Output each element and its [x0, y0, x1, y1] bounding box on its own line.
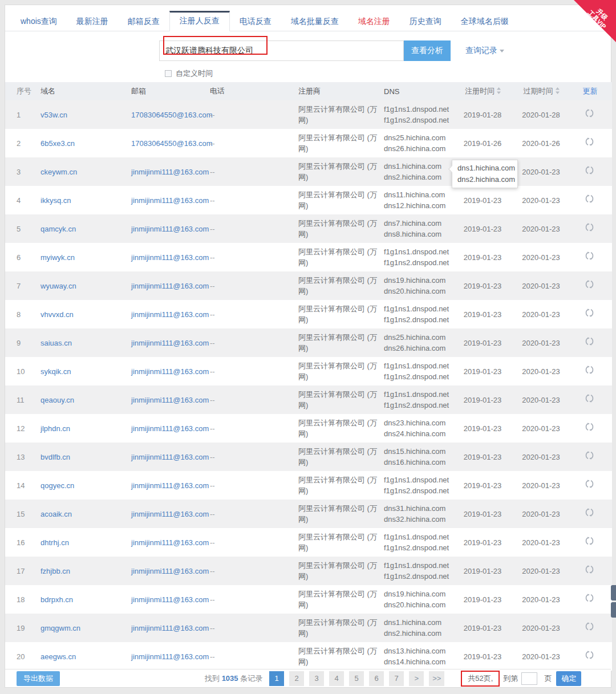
exp-date-cell: 2020-01-23 [515, 471, 574, 500]
domain-link[interactable]: ckeywm.cn [40, 168, 77, 176]
page-button[interactable]: 5 [349, 671, 364, 686]
domain-link[interactable]: bdrpxh.cn [40, 595, 73, 604]
domain-link[interactable]: qogyec.cn [40, 481, 74, 490]
page-button[interactable]: 7 [389, 671, 404, 686]
tab[interactable]: 域名注册 [348, 12, 400, 31]
domain-link[interactable]: fzhjbb.cn [40, 567, 70, 575]
reg-date-cell: 2019-01-23 [457, 243, 515, 271]
email-link[interactable]: jinmijinmi111@163.com [131, 253, 209, 262]
page-button[interactable]: 4 [329, 671, 344, 686]
email-link[interactable]: jinmijinmi111@163.com [131, 424, 209, 433]
domain-link[interactable]: qeaouy.cn [40, 396, 74, 404]
domain-link[interactable]: ikkysq.cn [40, 196, 71, 205]
tab[interactable]: 注册人反查 [169, 11, 230, 31]
refresh-icon[interactable] [585, 536, 594, 546]
page-button[interactable]: 2 [289, 671, 304, 686]
tab[interactable]: 历史查询 [400, 12, 451, 31]
email-link[interactable]: 17083064550@163.com [131, 111, 213, 119]
header-update-link[interactable]: 更新 [574, 82, 612, 100]
analyze-button[interactable]: 查看分析 [404, 40, 451, 61]
refresh-icon[interactable] [585, 622, 594, 631]
tab[interactable]: 最新注册 [67, 12, 118, 31]
refresh-icon[interactable] [585, 479, 594, 489]
upgrade-vip-ribbon[interactable]: 升级工具VIP [574, 0, 616, 42]
email-link[interactable]: jinmijinmi111@163.com [131, 168, 209, 176]
domain-link[interactable]: 6b5xe3.cn [40, 139, 75, 148]
page-button[interactable]: > [409, 671, 424, 686]
email-link[interactable]: jinmijinmi111@163.com [131, 567, 209, 575]
page-button[interactable]: 1 [269, 671, 284, 686]
side-widget-button[interactable] [611, 602, 616, 618]
email-link[interactable]: jinmijinmi111@163.com [131, 481, 209, 490]
export-data-button[interactable]: 导出数据 [17, 671, 60, 686]
refresh-icon[interactable] [585, 508, 594, 517]
domain-link[interactable]: gmqgwm.cn [40, 624, 80, 632]
email-link[interactable]: jinmijinmi111@163.com [131, 453, 209, 461]
chevron-down-icon [500, 50, 504, 52]
domain-link[interactable]: myiwyk.cn [40, 253, 75, 262]
goto-page-input[interactable] [521, 672, 537, 685]
query-history-link[interactable]: 查询记录 [465, 46, 504, 56]
email-link[interactable]: jinmijinmi111@163.com [131, 510, 209, 518]
refresh-icon[interactable] [585, 422, 594, 432]
registrar-cell: 阿里云计算有限公司 (万网) [298, 300, 384, 328]
email-link[interactable]: 17083064550@163.com [131, 139, 213, 148]
refresh-icon[interactable] [585, 365, 594, 375]
domain-link[interactable]: bvdlfb.cn [40, 453, 70, 461]
page-button[interactable]: 3 [309, 671, 324, 686]
domain-link[interactable]: saiuas.cn [40, 339, 72, 347]
page-button[interactable]: 6 [369, 671, 384, 686]
refresh-icon[interactable] [585, 565, 594, 574]
domain-link[interactable]: aeegws.cn [40, 652, 76, 661]
domain-link[interactable]: dhtrhj.cn [40, 538, 69, 547]
domain-link[interactable]: acoaik.cn [40, 510, 72, 518]
email-link[interactable]: jinmijinmi111@163.com [131, 595, 209, 604]
domain-link[interactable]: sykqik.cn [40, 367, 71, 376]
email-link[interactable]: jinmijinmi111@163.com [131, 652, 209, 661]
refresh-icon[interactable] [585, 650, 594, 660]
email-link[interactable]: jinmijinmi111@163.com [131, 624, 209, 632]
custom-time-checkbox[interactable] [165, 70, 172, 77]
email-link[interactable]: jinmijinmi111@163.com [131, 538, 209, 547]
dns-cell: dns1.hichina.comdns2.hichina.com [384, 614, 457, 642]
refresh-icon[interactable] [585, 393, 594, 403]
email-link[interactable]: jinmijinmi111@163.com [131, 339, 209, 347]
domain-link[interactable]: vhvvxd.cn [40, 310, 74, 319]
dns-cell: f1g1ns1.dnspod.netf1g1ns2.dnspod.net [384, 100, 457, 129]
tab[interactable]: whois查询 [11, 12, 67, 31]
refresh-icon[interactable] [585, 165, 594, 175]
tab[interactable]: 域名批量反查 [281, 12, 348, 31]
email-link[interactable]: jinmijinmi111@163.com [131, 396, 209, 404]
refresh-icon[interactable] [585, 279, 594, 289]
header-exp-date-sort[interactable]: 过期时间 [515, 82, 574, 100]
email-link[interactable]: jinmijinmi111@163.com [131, 367, 209, 376]
refresh-icon[interactable] [585, 336, 594, 346]
refresh-icon[interactable] [585, 108, 594, 118]
refresh-icon[interactable] [585, 137, 594, 147]
tab[interactable]: 全球域名后缀 [451, 12, 518, 31]
refresh-icon[interactable] [585, 308, 594, 318]
domain-link[interactable]: jlphdn.cn [40, 424, 70, 433]
refresh-icon[interactable] [585, 222, 594, 232]
refresh-icon[interactable] [585, 593, 594, 603]
page-button[interactable]: >> [429, 671, 444, 686]
refresh-icon[interactable] [585, 194, 594, 204]
side-widget-button[interactable] [611, 585, 616, 600]
tab[interactable]: 电话反查 [230, 12, 281, 31]
domain-cell: aeegws.cn [40, 642, 131, 671]
email-link[interactable]: jinmijinmi111@163.com [131, 282, 209, 290]
header-reg-date-sort[interactable]: 注册时间 [457, 82, 515, 100]
email-link[interactable]: jinmijinmi111@163.com [131, 196, 209, 205]
phone-cell: -- [210, 585, 298, 614]
email-link[interactable]: jinmijinmi111@163.com [131, 225, 209, 233]
domain-link[interactable]: wyuway.cn [40, 282, 76, 290]
confirm-button[interactable]: 确定 [556, 671, 581, 686]
domain-link[interactable]: qamcyk.cn [40, 225, 76, 233]
phone-cell: -- [210, 300, 298, 328]
email-link[interactable]: jinmijinmi111@163.com [131, 310, 209, 319]
refresh-icon[interactable] [585, 251, 594, 261]
domain-link[interactable]: v53w.cn [40, 111, 67, 119]
search-input[interactable] [159, 40, 404, 61]
refresh-icon[interactable] [585, 451, 594, 460]
tab[interactable]: 邮箱反查 [118, 12, 169, 31]
